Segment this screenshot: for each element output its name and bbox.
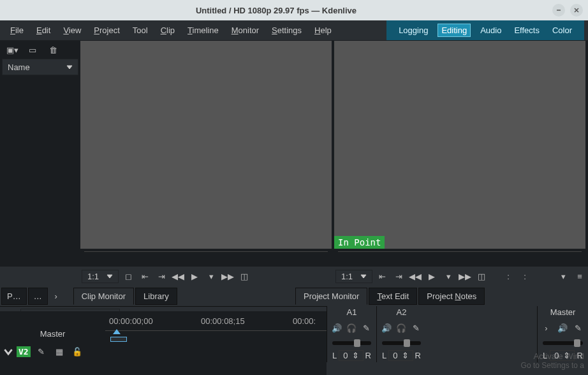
- tab-text-edit[interactable]: Text Edit: [369, 288, 417, 305]
- effects-icon[interactable]: ✎: [409, 321, 423, 335]
- tab-more[interactable]: …: [28, 288, 48, 305]
- channel-slider[interactable]: [382, 341, 421, 345]
- menu-monitor[interactable]: Monitor: [225, 23, 265, 38]
- minimize-button[interactable]: [552, 4, 565, 17]
- menu-help[interactable]: Help: [308, 23, 338, 38]
- playhead-icon[interactable]: [113, 329, 121, 334]
- balance-value[interactable]: 0⇕: [339, 350, 363, 361]
- chevron-right-icon[interactable]: ›: [49, 289, 63, 303]
- zoom-label: 1:1: [341, 272, 353, 281]
- marker-icon[interactable]: :: [518, 269, 532, 283]
- hamburger-icon[interactable]: ≡: [573, 269, 587, 283]
- play-icon[interactable]: ▶: [187, 269, 202, 283]
- channel-slider[interactable]: [332, 341, 371, 345]
- chevron-down-icon: [66, 64, 73, 70]
- headphones-icon[interactable]: 🎧: [344, 321, 358, 335]
- play-menu-icon[interactable]: ▾: [204, 269, 218, 283]
- track-label: V2: [17, 346, 31, 357]
- chevron-down-icon[interactable]: [4, 347, 13, 356]
- master-label[interactable]: Master: [0, 325, 105, 342]
- clip-monitor-view[interactable]: [80, 41, 334, 249]
- project-bin: ▣▾ ▭ 🗑 Name: [0, 41, 80, 249]
- balance-r: R: [415, 351, 421, 360]
- tab-project-notes[interactable]: Project Notes: [418, 288, 485, 305]
- headphones-icon[interactable]: 🎧: [394, 321, 408, 335]
- chevron-right-icon[interactable]: ›: [540, 321, 552, 335]
- channel-label: A1: [327, 306, 376, 318]
- marker-icon[interactable]: :: [501, 269, 515, 283]
- timeline-ruler[interactable]: 00:00:00;00 00:00:08;15 00:00:: [105, 311, 327, 339]
- effects-icon[interactable]: ✎: [360, 321, 374, 335]
- zoom-select[interactable]: 1:1: [82, 270, 119, 283]
- monitor-rulers: [0, 249, 588, 267]
- menu-clip[interactable]: Clip: [154, 23, 181, 38]
- balance-value[interactable]: 0⇕: [550, 350, 574, 361]
- bin-column-name[interactable]: Name: [2, 59, 78, 75]
- add-clip-icon[interactable]: ▣▾: [5, 43, 19, 57]
- menu-view[interactable]: View: [57, 23, 87, 38]
- crop-icon[interactable]: ◫: [474, 269, 489, 283]
- next-keyframe-icon[interactable]: ⇥: [392, 269, 406, 283]
- rewind-icon[interactable]: ◀◀: [408, 269, 422, 283]
- svg-marker-3: [67, 66, 72, 69]
- zone-indicator[interactable]: [110, 337, 127, 342]
- zone-icon[interactable]: ◻: [121, 269, 135, 283]
- prev-keyframe-icon[interactable]: ⇤: [375, 269, 389, 283]
- menubar: File Edit View Project Tool Clip Timelin…: [0, 20, 588, 41]
- timeline: Master V2 ✎ ▦ 🔓 00:00:00;00 00:00:08;15 …: [0, 311, 327, 375]
- volume-icon[interactable]: 🔊: [330, 321, 344, 335]
- project-monitor-view[interactable]: In Point: [334, 41, 588, 249]
- mode-editing[interactable]: Editing: [437, 24, 471, 37]
- play-icon[interactable]: ▶: [425, 269, 439, 283]
- balance-l: L: [382, 351, 386, 360]
- rewind-icon[interactable]: ◀◀: [171, 269, 185, 283]
- volume-icon[interactable]: 🔊: [556, 321, 568, 335]
- monitors-wrap: In Point: [80, 41, 588, 249]
- zoom-select[interactable]: 1:1: [335, 270, 372, 283]
- window-title: Untitled / HD 1080p 29.97 fps — Kdenlive: [5, 6, 547, 15]
- options-icon[interactable]: ▾: [556, 269, 570, 283]
- volume-icon[interactable]: 🔊: [379, 321, 393, 335]
- audio-channel-a2: A2 🔊 🎧 ✎ L 0⇕ R: [376, 306, 426, 362]
- mode-color[interactable]: Color: [549, 24, 575, 36]
- mode-audio[interactable]: Audio: [477, 24, 504, 36]
- prev-keyframe-icon[interactable]: ⇤: [138, 269, 152, 283]
- tab-p[interactable]: P…: [1, 288, 27, 305]
- mode-effects[interactable]: Effects: [511, 24, 543, 36]
- balance-r: R: [365, 351, 371, 360]
- film-icon[interactable]: ▦: [52, 344, 66, 358]
- next-keyframe-icon[interactable]: ⇥: [154, 269, 168, 283]
- menu-settings[interactable]: Settings: [265, 23, 308, 38]
- clip-monitor-ruler[interactable]: [80, 249, 334, 267]
- track-v2-header[interactable]: V2 ✎ ▦ 🔓: [0, 342, 105, 360]
- in-point-badge: In Point: [334, 236, 385, 249]
- menu-file[interactable]: File: [4, 23, 30, 38]
- audio-channel-master: Master › 🔊 ✎ L 0⇕ R: [537, 306, 588, 362]
- play-menu-icon[interactable]: ▾: [441, 269, 455, 283]
- tab-clip-monitor[interactable]: Clip Monitor: [73, 288, 134, 305]
- mode-logging[interactable]: Logging: [395, 24, 431, 36]
- chevron-down-icon: [107, 273, 113, 279]
- timeline-canvas[interactable]: 00:00:00;00 00:00:08;15 00:00:: [105, 311, 327, 375]
- close-button[interactable]: [570, 4, 583, 17]
- channel-slider[interactable]: [543, 341, 583, 345]
- tab-project-monitor[interactable]: Project Monitor: [295, 288, 367, 305]
- fast-forward-icon[interactable]: ▶▶: [221, 269, 235, 283]
- fast-forward-icon[interactable]: ▶▶: [458, 269, 472, 283]
- menu-edit[interactable]: Edit: [30, 23, 57, 38]
- menu-project[interactable]: Project: [87, 23, 126, 38]
- menu-tool[interactable]: Tool: [126, 23, 154, 38]
- bin-toolbar: ▣▾ ▭ 🗑: [0, 41, 80, 59]
- clip-monitor-controls: 1:1 ◻ ⇤ ⇥ ◀◀ ▶ ▾ ▶▶ ◫: [80, 267, 334, 286]
- tab-library[interactable]: Library: [135, 288, 177, 305]
- balance-value[interactable]: 0⇕: [388, 350, 413, 361]
- lock-icon[interactable]: 🔓: [70, 344, 84, 358]
- folder-icon[interactable]: ▭: [26, 43, 40, 57]
- project-monitor-ruler[interactable]: [334, 249, 588, 267]
- balance-r: R: [577, 351, 583, 360]
- menu-timeline[interactable]: Timeline: [181, 23, 225, 38]
- effects-icon[interactable]: ✎: [34, 344, 48, 358]
- effects-icon[interactable]: ✎: [572, 321, 584, 335]
- crop-icon[interactable]: ◫: [237, 269, 251, 283]
- trash-icon[interactable]: 🗑: [46, 43, 60, 57]
